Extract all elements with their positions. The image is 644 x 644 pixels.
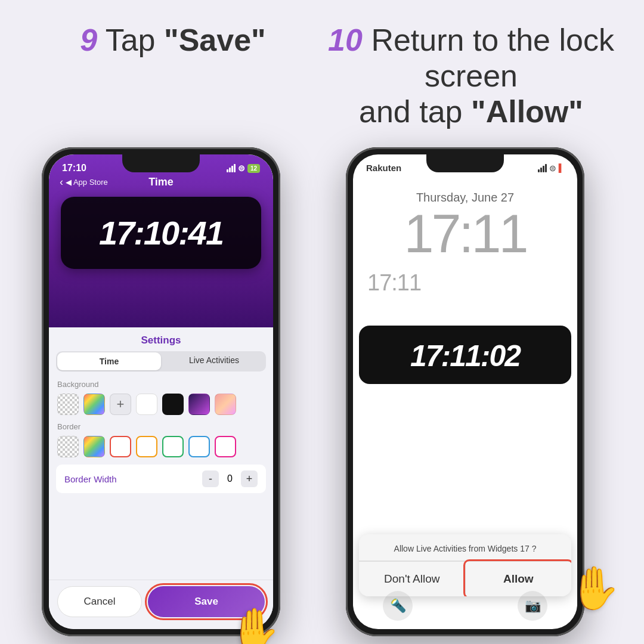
phone1-nav-bar: ‹ ◀ App Store Time: [49, 174, 273, 191]
border-swatch-rainbow[interactable]: [83, 436, 105, 457]
border-swatch-green[interactable]: [162, 436, 184, 457]
phone1-header: 17:10 ⊜ 12: [49, 154, 273, 327]
step10-text1: Return to the lock screen: [371, 23, 614, 93]
border-width-controls: - 0 +: [202, 470, 258, 487]
flashlight-button[interactable]: 🔦: [383, 591, 413, 621]
step10-text2: and tap "Allow": [359, 94, 583, 129]
wifi-icon: ⊜: [238, 163, 245, 173]
clock-widget-preview: 17:10:41: [61, 197, 261, 269]
border-width-row: Border Width - 0 +: [56, 465, 266, 493]
phone1: 17:10 ⊜ 12: [42, 147, 280, 636]
phone1-back-label[interactable]: ◀ App Store: [66, 178, 108, 187]
phone1-time: 17:10: [62, 163, 86, 174]
hand-cursor-1: 🤚: [228, 605, 280, 644]
bg-swatch-checker[interactable]: [57, 394, 79, 415]
lock-date: Thursday, June 27: [353, 191, 577, 205]
border-width-plus-btn[interactable]: +: [241, 470, 258, 487]
bg-swatch-photo[interactable]: [215, 394, 236, 415]
step9-number: 9: [80, 23, 97, 57]
lock-time: 17:11: [353, 207, 577, 261]
lock-time-small: 17:11: [367, 270, 577, 296]
clock-preview-time: 17:10:41: [73, 213, 249, 252]
bg-swatch-add[interactable]: +: [110, 394, 131, 415]
bg-swatch-rainbow[interactable]: [83, 394, 105, 415]
border-width-value: 0: [227, 473, 233, 484]
cancel-button[interactable]: Cancel: [57, 586, 142, 617]
back-arrow-icon[interactable]: ‹: [60, 176, 63, 188]
signal-icon: [227, 164, 236, 172]
action-sheet: Allow Live Activities from Widgets 17 ? …: [359, 534, 571, 596]
live-activity-widget: 17:11:02: [359, 326, 571, 384]
lock-bottom-bar: 🔦 📷: [353, 591, 577, 621]
step9-text: Tap "Save": [106, 23, 266, 57]
phone1-nav-title: Time: [148, 176, 174, 188]
battery-badge: 12: [247, 164, 260, 173]
step10-instruction: 10 Return to the lock screen and tap "Al…: [322, 23, 620, 129]
phone1-notch: [122, 154, 200, 172]
settings-panel: Settings Time Live Activities Background…: [49, 327, 273, 493]
bg-swatch-black[interactable]: [162, 394, 184, 415]
border-swatch-red[interactable]: [110, 436, 131, 457]
border-color-row: [49, 434, 273, 462]
phone1-screen: 17:10 ⊜ 12: [49, 154, 273, 629]
carrier-name: Rakuten: [366, 163, 401, 173]
border-width-label: Border Width: [64, 474, 117, 484]
phone2-notch: [426, 154, 504, 172]
border-swatch-checker[interactable]: [57, 436, 79, 457]
settings-title: Settings: [49, 327, 273, 351]
action-sheet-title: Allow Live Activities from Widgets 17 ?: [359, 534, 571, 561]
wifi-icon-2: ⊜: [549, 163, 556, 173]
bg-swatch-white[interactable]: [136, 394, 157, 415]
phone2-content: Rakuten ⊜ ▌ Thu: [353, 154, 577, 629]
phone1-content: 17:10 ⊜ 12: [49, 154, 273, 629]
hand-cursor-2: 🤚: [568, 564, 620, 612]
tab-time[interactable]: Time: [57, 352, 161, 370]
phone2-status-icons: ⊜ ▌: [538, 163, 564, 173]
camera-button[interactable]: 📷: [518, 591, 547, 621]
signal-icon-2: [538, 164, 547, 172]
phone2-wrapper: Rakuten ⊜ ▌ Thu: [346, 147, 602, 636]
step10-number: 10: [328, 23, 363, 57]
live-activity-time: 17:11:02: [371, 339, 559, 373]
border-swatch-blue[interactable]: [188, 436, 210, 457]
step9-instruction: 9 Tap "Save": [24, 23, 322, 129]
bg-swatch-gradient[interactable]: [188, 394, 210, 415]
battery-indicator-2: ▌: [559, 163, 564, 172]
phone1-status-icons: ⊜ 12: [227, 163, 260, 173]
phone2: Rakuten ⊜ ▌ Thu: [346, 147, 584, 636]
tab-bar: Time Live Activities: [56, 351, 266, 371]
background-label: Background: [49, 377, 273, 391]
phone2-screen: Rakuten ⊜ ▌ Thu: [353, 154, 577, 629]
phone1-wrapper: 17:10 ⊜ 12: [42, 147, 298, 636]
border-width-minus-btn[interactable]: -: [202, 470, 219, 487]
border-label: Border: [49, 420, 273, 434]
background-color-row: +: [49, 391, 273, 420]
tab-live-activities[interactable]: Live Activities: [162, 351, 266, 371]
border-swatch-pink[interactable]: [215, 436, 236, 457]
border-swatch-orange[interactable]: [136, 436, 157, 457]
